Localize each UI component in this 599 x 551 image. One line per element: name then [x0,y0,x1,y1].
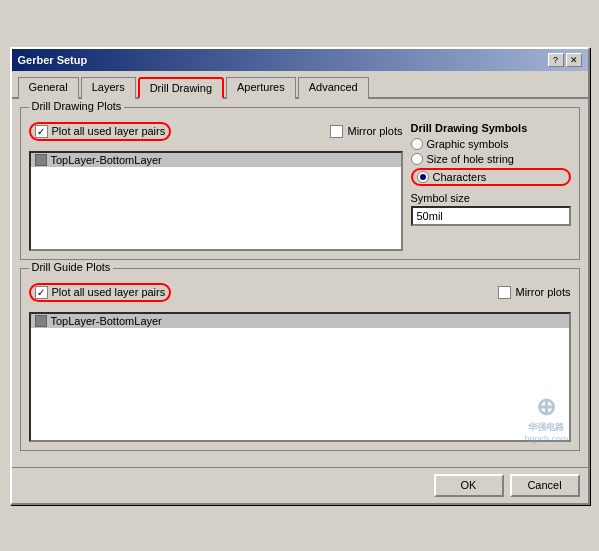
guide-mirror-plots-row: Mirror plots [498,286,570,299]
tab-layers[interactable]: Layers [81,77,136,99]
drill-guide-plots-group: Drill Guide Plots Plot all used layer pa… [20,268,580,451]
radio-graphic-label: Graphic symbols [427,138,509,150]
drill-drawing-right: Drill Drawing Symbols Graphic symbols Si… [411,122,571,251]
radio-graphic-row: Graphic symbols [411,138,571,150]
drill-drawing-plots-legend: Drill Drawing Plots [29,100,125,112]
close-button[interactable]: ✕ [566,53,582,67]
guide-mirror-plots-checkbox[interactable] [498,286,511,299]
cancel-button[interactable]: Cancel [510,474,580,497]
guide-layer-icon [35,315,47,327]
symbols-title: Drill Drawing Symbols [411,122,571,134]
layer-icon [35,154,47,166]
layer-item-label: TopLayer-BottomLayer [51,154,162,166]
drill-drawing-content: Plot all used layer pairs Mirror plots T… [29,122,571,251]
plot-all-pairs-checkbox[interactable] [35,125,48,138]
main-content: Drill Drawing Plots Plot all used layer … [12,99,588,467]
tab-apertures[interactable]: Apertures [226,77,296,99]
drill-guide-content: Plot all used layer pairs Mirror plots T… [29,283,571,442]
radio-size[interactable] [411,153,423,165]
tab-drill-drawing[interactable]: Drill Drawing [138,77,224,99]
guide-plot-all-pairs-label: Plot all used layer pairs [52,286,166,298]
watermark-line1: 华强电路 [524,421,568,434]
mirror-plots-label: Mirror plots [347,125,402,137]
radio-size-label: Size of hole string [427,153,514,165]
window-title: Gerber Setup [18,54,88,66]
radio-characters[interactable] [417,171,429,183]
guide-list-item[interactable]: TopLayer-BottomLayer [31,314,569,328]
guide-layer-item-label: TopLayer-BottomLayer [51,315,162,327]
drill-guide-left: Plot all used layer pairs Mirror plots T… [29,283,571,442]
radio-characters-row: Characters [411,168,571,186]
drill-drawing-list[interactable]: TopLayer-BottomLayer [29,151,403,251]
title-bar-buttons: ? ✕ [548,53,582,67]
tab-general[interactable]: General [18,77,79,99]
drill-drawing-top-row: Plot all used layer pairs Mirror plots [29,122,403,147]
drill-guide-list[interactable]: TopLayer-BottomLayer [29,312,571,442]
bottom-bar: OK Cancel [12,467,588,503]
tab-bar: General Layers Drill Drawing Apertures A… [12,71,588,99]
mirror-plots-row: Mirror plots [330,125,402,138]
drill-guide-top-row: Plot all used layer pairs Mirror plots [29,283,571,308]
watermark-line2: hqpcb.com [524,434,568,444]
watermark-logo: ⊕ [524,393,568,421]
list-item[interactable]: TopLayer-BottomLayer [31,153,401,167]
guide-mirror-plots-label: Mirror plots [515,286,570,298]
plot-all-pairs-row: Plot all used layer pairs [29,122,172,141]
drill-drawing-plots-group: Drill Drawing Plots Plot all used layer … [20,107,580,260]
radio-graphic[interactable] [411,138,423,150]
watermark: ⊕ 华强电路 hqpcb.com [524,393,568,444]
plot-all-pairs-label: Plot all used layer pairs [52,125,166,137]
symbol-size-label: Symbol size [411,192,571,204]
drill-drawing-left: Plot all used layer pairs Mirror plots T… [29,122,403,251]
mirror-plots-checkbox[interactable] [330,125,343,138]
radio-characters-label: Characters [433,171,487,183]
drill-guide-plots-legend: Drill Guide Plots [29,261,114,273]
title-bar: Gerber Setup ? ✕ [12,49,588,71]
symbol-size-input[interactable] [411,206,571,226]
guide-plot-all-pairs-checkbox[interactable] [35,286,48,299]
help-button[interactable]: ? [548,53,564,67]
guide-plot-all-pairs-row: Plot all used layer pairs [29,283,172,302]
ok-button[interactable]: OK [434,474,504,497]
radio-group-symbols: Graphic symbols Size of hole string Char… [411,138,571,186]
radio-size-row: Size of hole string [411,153,571,165]
tab-advanced[interactable]: Advanced [298,77,369,99]
main-window: Gerber Setup ? ✕ General Layers Drill Dr… [10,47,590,505]
